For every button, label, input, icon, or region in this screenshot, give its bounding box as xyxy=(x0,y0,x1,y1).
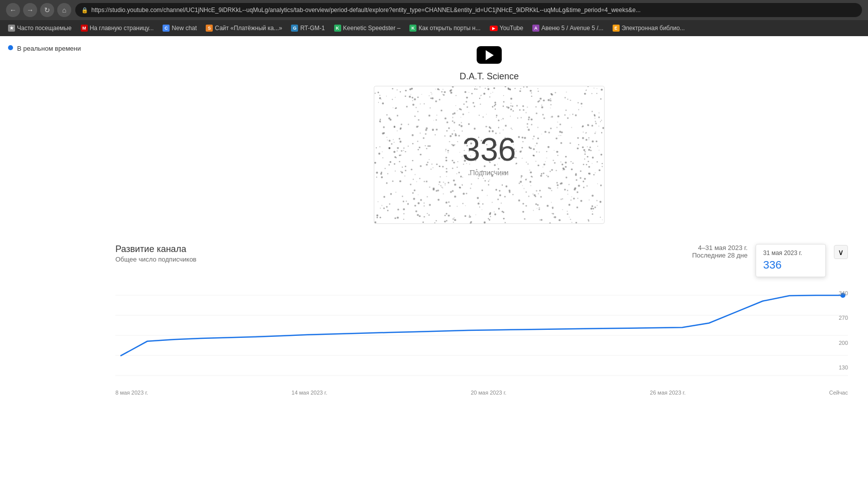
bookmark-favicon-youtube: ▶ xyxy=(490,26,498,31)
bookmark-label-frequent: Часто посещаемые xyxy=(17,25,72,32)
chart-line xyxy=(120,295,843,356)
bookmark-payment[interactable]: SСайт «Платёжный ка...» xyxy=(202,24,286,33)
subscribers-count: 336 xyxy=(463,134,516,166)
lock-icon: 🔒 xyxy=(81,7,88,14)
bookmark-favicon-main-page: M xyxy=(81,25,88,32)
bubble-container: 336 Подписчики xyxy=(374,86,605,224)
bookmark-ports[interactable]: KКак открыть порты н... xyxy=(405,24,484,33)
bookmark-favicon-new-chat: C xyxy=(163,25,170,32)
back-button[interactable]: ← xyxy=(6,3,20,17)
growth-section: Развитие канала Общее число подписчиков … xyxy=(0,234,868,386)
yt-logo-area xyxy=(477,41,502,66)
bookmark-favicon-rt-gm: G xyxy=(291,25,298,32)
tooltip-card: 31 мая 2023 г. 336 xyxy=(756,244,826,277)
forward-button[interactable]: → xyxy=(23,3,37,17)
bookmark-favicon-avenue: A xyxy=(532,25,539,32)
bookmark-favicon-frequent: ★ xyxy=(8,25,15,32)
yt-play-icon xyxy=(486,50,494,60)
bookmark-kinetic[interactable]: KKeenetic Speedster – xyxy=(330,24,405,33)
chart-svg xyxy=(115,285,848,386)
bookmark-favicon-library: E xyxy=(613,25,620,32)
bookmark-frequent[interactable]: ★Часто посещаемые xyxy=(4,24,76,33)
bookmark-youtube[interactable]: ▶YouTube xyxy=(486,24,527,33)
subscribers-label: Подписчики xyxy=(463,169,516,177)
chevron-icon: ∨ xyxy=(838,247,844,257)
bookmark-main-page[interactable]: MНа главную страницу... xyxy=(77,24,158,33)
address-bar[interactable]: 🔒 https://studio.youtube.com/channel/UC1… xyxy=(75,3,862,17)
growth-date-info: 4–31 мая 2023 г. Последние 28 дне 31 мая… xyxy=(692,244,848,277)
realtime-label: В реальном времени xyxy=(17,44,81,53)
growth-subtitle: Общее число подписчиков xyxy=(115,256,197,263)
bubble-center: 336 Подписчики xyxy=(463,134,516,177)
x-label-4: Сейчас xyxy=(829,390,848,396)
bookmark-favicon-kinetic: K xyxy=(334,25,341,32)
url-text: https://studio.youtube.com/channel/UC1jN… xyxy=(91,7,641,14)
sidebar-item-realtime[interactable]: В реальном времени xyxy=(8,44,102,53)
bookmarks-bar: ★Часто посещаемыеMНа главную страницу...… xyxy=(0,20,868,36)
bookmark-label-main-page: На главную страницу... xyxy=(90,25,154,32)
tooltip-value: 336 xyxy=(763,259,818,272)
nav-buttons: ← → ↻ ⌂ xyxy=(6,3,71,17)
bookmark-label-ports: Как открыть порты н... xyxy=(418,25,480,32)
center-content: D.A.T. Science 336 Подписчики xyxy=(110,36,868,234)
bookmark-label-rt-gm: RT-GM-1 xyxy=(300,25,325,32)
bookmark-favicon-ports: K xyxy=(409,25,416,32)
bookmark-label-avenue: Авеню 5 / Avenue 5 /... xyxy=(541,25,604,32)
sidebar: В реальном времени xyxy=(0,36,110,61)
x-label-1: 14 мая 2023 г. xyxy=(292,390,327,396)
channel-name: D.A.T. Science xyxy=(460,71,519,82)
x-label-2: 20 мая 2023 г. xyxy=(471,390,506,396)
x-label-3: 26 мая 2023 г. xyxy=(650,390,685,396)
tooltip-date: 31 мая 2023 г. xyxy=(763,250,818,257)
home-button[interactable]: ⌂ xyxy=(57,3,71,17)
bookmark-label-new-chat: New chat xyxy=(172,25,197,32)
bookmark-label-payment: Сайт «Платёжный ка...» xyxy=(215,25,282,32)
browser-chrome: ← → ↻ ⌂ 🔒 https://studio.youtube.com/cha… xyxy=(0,0,868,36)
yt-logo xyxy=(477,46,502,64)
growth-title-area: Развитие канала Общее число подписчиков xyxy=(115,244,197,263)
refresh-button[interactable]: ↻ xyxy=(40,3,54,17)
bookmark-label-library: Электронная библио... xyxy=(622,25,685,32)
x-label-0: 8 мая 2023 г. xyxy=(115,390,148,396)
chart-dot xyxy=(840,293,845,298)
chevron-down-icon[interactable]: ∨ xyxy=(834,245,848,259)
chart-x-labels: 8 мая 2023 г.14 мая 2023 г.20 мая 2023 г… xyxy=(115,388,848,398)
bookmark-rt-gm[interactable]: GRT-GM-1 xyxy=(287,24,329,33)
date-range-period: Последние 28 дне xyxy=(692,252,748,259)
date-range: 4–31 мая 2023 г. Последние 28 дне xyxy=(692,244,748,259)
bookmark-new-chat[interactable]: CNew chat xyxy=(159,24,201,33)
realtime-dot xyxy=(8,45,13,50)
bookmark-label-youtube: YouTube xyxy=(500,25,523,32)
growth-header: Развитие канала Общее число подписчиков … xyxy=(115,244,848,277)
bookmark-favicon-payment: S xyxy=(206,25,213,32)
main-content: В реальном времени D.A.T. Science 336 По… xyxy=(0,36,868,498)
growth-title: Развитие канала xyxy=(115,244,197,255)
bookmark-avenue[interactable]: AАвеню 5 / Avenue 5 /... xyxy=(528,24,608,33)
browser-nav: ← → ↻ ⌂ 🔒 https://studio.youtube.com/cha… xyxy=(0,0,868,20)
chart-area: 8 мая 2023 г.14 мая 2023 г.20 мая 2023 г… xyxy=(115,285,848,396)
date-range-label: 4–31 мая 2023 г. xyxy=(692,244,748,252)
bookmark-label-kinetic: Keenetic Speedster – xyxy=(343,25,401,32)
bookmark-library[interactable]: EЭлектронная библио... xyxy=(609,24,689,33)
